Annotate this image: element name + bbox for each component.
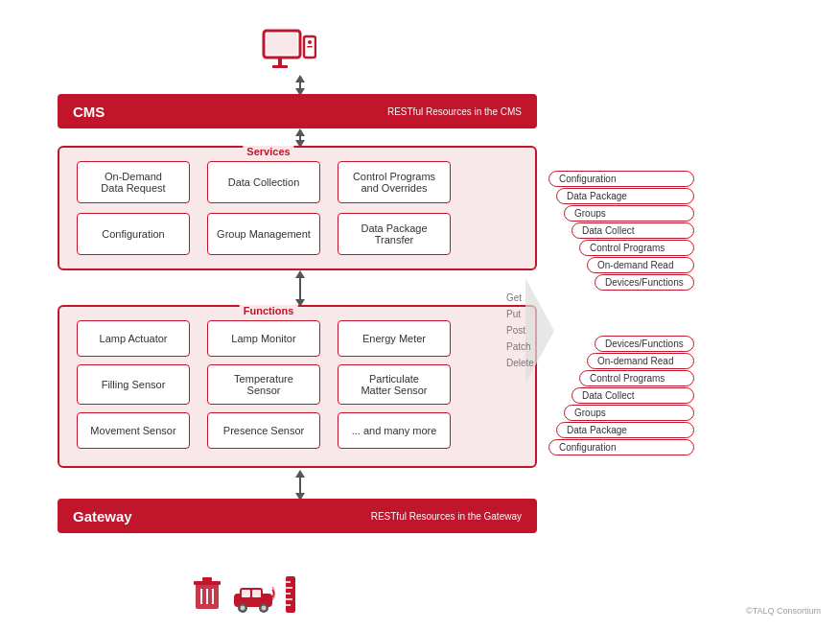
rest-on-demand-read-top: On-demand Read bbox=[587, 257, 694, 273]
cms-bar: CMS RESTful Resources in the CMS bbox=[58, 94, 537, 128]
svg-rect-17 bbox=[252, 590, 261, 597]
rest-data-collect-top: Data Collect bbox=[572, 222, 694, 239]
trash-icon bbox=[192, 576, 222, 613]
func-temperature-sensor: TemperatureSensor bbox=[207, 364, 320, 405]
cms-title: CMS bbox=[73, 104, 105, 120]
svg-rect-10 bbox=[202, 577, 212, 581]
arrow-services-functions bbox=[295, 270, 305, 307]
svg-rect-9 bbox=[194, 581, 221, 585]
arrow-cms-services bbox=[295, 128, 305, 148]
ruler-icon bbox=[284, 576, 297, 613]
func-lamp-actuator: Lamp Actuator bbox=[77, 320, 190, 357]
rest-list-bottom: Devices/Functions On-demand Read Control… bbox=[548, 336, 694, 456]
rest-devices-functions-top: Devices/Functions bbox=[595, 274, 694, 291]
svg-rect-6 bbox=[307, 46, 313, 48]
services-label: Services bbox=[243, 146, 293, 157]
rest-devices-functions-bottom: Devices/Functions bbox=[595, 336, 694, 352]
func-many-more: ... and many more bbox=[338, 412, 451, 449]
func-particulate-sensor: ParticulateMatter Sensor bbox=[338, 364, 451, 405]
func-energy-meter: Energy Meter bbox=[338, 320, 451, 357]
gateway-title: Gateway bbox=[73, 508, 132, 525]
service-card-data-collection: Data Collection bbox=[207, 161, 320, 203]
rest-control-programs-top: Control Programs bbox=[579, 240, 694, 256]
service-card-data-package: Data PackageTransfer bbox=[338, 213, 451, 255]
svg-point-19 bbox=[241, 606, 245, 611]
http-methods: GetPutPostPatchDelete bbox=[506, 290, 534, 371]
rest-data-package-bottom: Data Package bbox=[556, 422, 694, 438]
rest-data-collect-bottom: Data Collect bbox=[572, 387, 694, 404]
computer-icon bbox=[259, 29, 316, 90]
svg-rect-1 bbox=[267, 34, 297, 55]
func-presence-sensor: Presence Sensor bbox=[207, 412, 320, 449]
svg-rect-16 bbox=[242, 590, 250, 597]
service-card-on-demand: On-DemandData Request bbox=[77, 161, 190, 203]
cms-subtitle: RESTful Resources in the CMS bbox=[387, 106, 522, 117]
svg-point-21 bbox=[262, 606, 267, 611]
service-card-group-management: Group Management bbox=[207, 213, 320, 255]
service-card-control-programs: Control Programsand Overrides bbox=[338, 161, 451, 203]
arrow-functions-gateway bbox=[295, 470, 305, 501]
functions-label: Functions bbox=[240, 305, 298, 316]
rest-control-programs-bottom: Control Programs bbox=[579, 370, 694, 386]
gateway-subtitle: RESTful Resources in the Gateway bbox=[371, 511, 522, 522]
diagram: CMS RESTful Resources in the CMS Service… bbox=[0, 0, 840, 630]
rest-configuration-bottom: Configuration bbox=[548, 439, 694, 455]
rest-list-top: Configuration Data Package Groups Data C… bbox=[548, 171, 694, 292]
bottom-icons bbox=[192, 576, 297, 613]
svg-point-5 bbox=[308, 40, 312, 44]
rest-groups-top: Groups bbox=[564, 205, 694, 222]
svg-rect-2 bbox=[278, 58, 282, 65]
func-filling-sensor: Filling Sensor bbox=[77, 364, 190, 405]
gateway-bar: Gateway RESTful Resources in the Gateway bbox=[58, 499, 537, 533]
rest-on-demand-read-bottom: On-demand Read bbox=[587, 353, 694, 369]
vehicle-icon bbox=[230, 584, 276, 613]
service-card-configuration: Configuration bbox=[77, 213, 190, 255]
arrow-cms-top bbox=[295, 75, 305, 96]
rest-data-package-top: Data Package bbox=[556, 188, 694, 204]
svg-rect-3 bbox=[272, 65, 288, 68]
func-movement-sensor: Movement Sensor bbox=[77, 412, 190, 449]
copyright: ©TALQ Consortium bbox=[746, 606, 821, 616]
func-lamp-monitor: Lamp Monitor bbox=[207, 320, 320, 357]
rest-groups-bottom: Groups bbox=[564, 405, 694, 421]
rest-configuration-top: Configuration bbox=[548, 171, 694, 187]
